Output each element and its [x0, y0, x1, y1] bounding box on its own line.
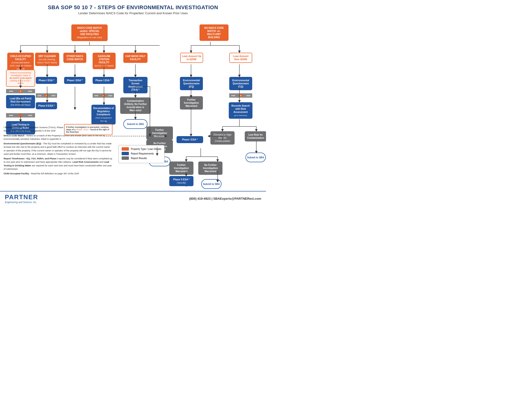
legend-item-requirements: Report Requirements [122, 152, 161, 155]
footer-logo: PARTNER Engineering and Science, Inc. [5, 193, 38, 204]
footer-logo-sub: Engineering and Science, Inc. [5, 201, 38, 204]
doc-compliance-box: Documentation of Regulatory Compliance (… [91, 105, 116, 124]
phase2-esa-right-box: Phase II ESA * (Typically) [169, 176, 193, 186]
phase1-esa-gas-box: Phase I ESA * [93, 77, 114, 84]
legend-color-blue [122, 152, 129, 155]
further-inv-note-box: If further investigation is warranted, c… [64, 124, 113, 135]
note-eq: Environmental Questionnaire (EQ) - The E… [4, 142, 113, 156]
footer-logo-partner: PARTNER [5, 193, 38, 201]
and-connector-dry: AND + AND [36, 93, 57, 98]
legend-color-gray [122, 156, 129, 160]
no-further-phase1-box: No Further Investigation Warranted [198, 161, 222, 175]
loan-up-250k-box: Loan Amount Up to $250K [180, 53, 203, 63]
loan-over-250k-box: Loan Amount Over $250K [229, 53, 252, 63]
legend-label-property: Property Type / Loan Details [131, 148, 161, 150]
records-search-box: Records Search with Risk Assessment (at … [229, 102, 252, 119]
and-connector-child2: AND + AND [6, 113, 35, 118]
child-no-naics-steps: Perform Environmental Investigation Step… [6, 70, 35, 87]
submit-tsa-box: Submit to SBA [123, 119, 148, 129]
phase2-esa-dry-box: Phase II ESA * [36, 102, 57, 109]
page-title: SBA SOP 50 10 7 - STEPS OF ENVIRONMENTAL… [5, 4, 261, 11]
gasoline-station-box: GASOLINE STATION FACILITY (NAICS "457" M… [93, 53, 116, 69]
note-timeframes: Report Timeframes - EQ, TSA, RSRA, and P… [4, 157, 113, 171]
further-inv-eq-small-box: Further Investigation Warranted [180, 96, 203, 110]
car-wash-box: CAR WASH ONLY FACILITY [123, 53, 148, 63]
legend-color-orange [122, 147, 129, 151]
phase1-esa-right-box: Phase I ESA * [177, 136, 203, 143]
legend-item-results: Report Results [122, 156, 161, 160]
note-child: Child Occupied Facility - Read the full … [4, 172, 113, 175]
contamination-unlikely-box: Contamination Unlikely, No Further Inves… [120, 97, 151, 114]
no-naics-match-box: NO NAICS CODE MATCH -or- MULTI-UNIT BUIL… [200, 24, 228, 41]
lead-paint-box: Lead (Based Paint) Risk Assessment (Per … [6, 95, 35, 108]
further-inv-tsa-box: Further Investigation Warranted [146, 126, 173, 140]
page-header: SBA SOP 50 10 7 - STEPS OF ENVIRONMENTAL… [0, 0, 266, 17]
low-risk-box: Low Risk for Contamination [245, 131, 266, 141]
submit-no-further-phase1-box: Submit to SBA [201, 179, 221, 189]
legend-item-property: Property Type / Loan Details [122, 147, 161, 151]
eq-small-box: Environmental Questionnaire (EQ) [180, 77, 203, 90]
legend-label-requirements: Report Requirements [131, 152, 154, 155]
tsa-box: Transaction Screen Assessment (TSA) * [123, 77, 148, 93]
eq-large-box: Environmental Questionnaire (EQ) [229, 77, 252, 90]
phase1-esa-dry-box: Phase I ESA * [36, 77, 57, 84]
legend: Property Type / Loan Details Report Requ… [118, 145, 164, 163]
legend-label-results: Report Results [131, 157, 147, 159]
submit-low-risk-box: Submit to SBA [246, 153, 266, 162]
child-occupied-box: CHILD-OCCUPIED FACILITY (Constructed bef… [7, 53, 34, 72]
further-inv-phase1-left-box: Further Investigation Warranted [169, 161, 193, 175]
page-subtitle: Lender Determines NAICS Code for Propert… [5, 11, 261, 15]
other-naics-box: OTHER NAICS CODE MATCH [63, 53, 86, 63]
footer-contact: (800) 419-4923 | SBAExperts@PARTNEResi.c… [189, 197, 261, 200]
dry-cleaner-box: DRY CLEANER (On-Site Cleaning, NAICS "81… [35, 53, 59, 66]
and-connector-child: AND + AND [6, 89, 35, 93]
footer: PARTNER Engineering and Science, Inc. (8… [0, 191, 266, 206]
and-connector-gas: AND + AND [93, 93, 114, 98]
and-connector-eq-large: AND + AND [229, 93, 252, 98]
naics-match-box: NAICS CODE MATCH -and/or- SPECIAL USE FA… [71, 24, 108, 41]
phase1-esa-other-box: Phase I ESA * [64, 77, 85, 84]
elevated-risk-box: Elevated or High Risk for Contamination [210, 131, 235, 145]
